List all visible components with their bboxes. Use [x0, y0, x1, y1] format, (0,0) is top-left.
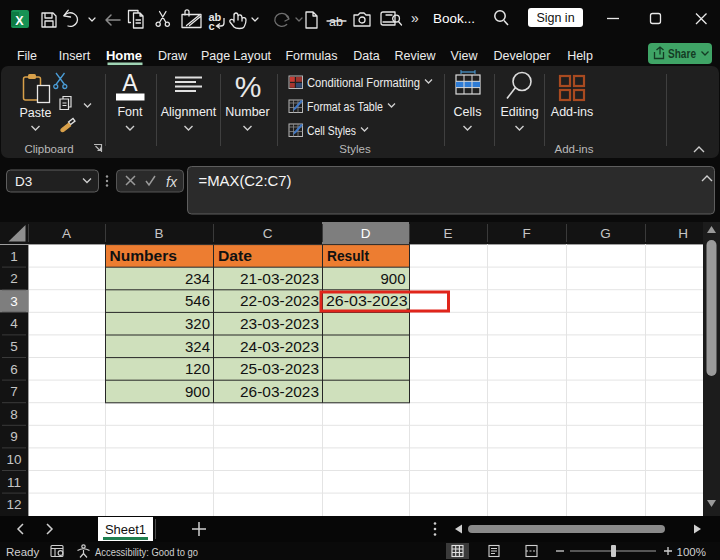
svg-text:ab: ab — [329, 15, 343, 29]
svg-text:H: H — [678, 226, 688, 241]
svg-text:Data: Data — [353, 49, 379, 63]
svg-text:Editing: Editing — [500, 105, 538, 119]
svg-text:26-03-2023: 26-03-2023 — [240, 383, 319, 400]
svg-text:%: % — [235, 70, 262, 103]
svg-text:»: » — [411, 10, 419, 26]
svg-text:X: X — [15, 14, 24, 28]
svg-text:9: 9 — [10, 429, 18, 444]
svg-text:File: File — [17, 49, 37, 63]
svg-text:Page Layout: Page Layout — [201, 49, 272, 63]
svg-text:Numbers: Numbers — [110, 248, 178, 264]
svg-text:E: E — [443, 226, 452, 241]
svg-text:Book...: Book... — [433, 11, 475, 26]
svg-text:Insert: Insert — [59, 49, 91, 63]
svg-text:8: 8 — [10, 407, 18, 422]
svg-text:1: 1 — [10, 249, 18, 264]
svg-text:Cells: Cells — [454, 105, 482, 119]
svg-text:Format as Table: Format as Table — [307, 100, 383, 114]
svg-text:Sign in: Sign in — [536, 11, 574, 25]
svg-text:=MAX(C2:C7): =MAX(C2:C7) — [199, 173, 292, 189]
svg-text:View: View — [451, 49, 479, 63]
svg-text:900: 900 — [185, 383, 210, 400]
svg-text:24-03-2023: 24-03-2023 — [240, 338, 319, 355]
svg-text:F: F — [522, 226, 530, 241]
svg-text:Review: Review — [395, 49, 437, 63]
svg-text:4: 4 — [10, 316, 18, 331]
svg-text:D: D — [361, 226, 371, 241]
svg-text:Add-ins: Add-ins — [551, 105, 593, 119]
svg-text:234: 234 — [185, 270, 210, 287]
svg-text:Add-ins: Add-ins — [555, 143, 594, 155]
svg-text:B: B — [154, 226, 163, 241]
svg-text:Home: Home — [106, 48, 142, 63]
svg-text:Paste: Paste — [20, 106, 52, 120]
svg-text:320: 320 — [185, 315, 210, 332]
svg-text:3: 3 — [10, 294, 18, 309]
svg-text:Alignment: Alignment — [161, 105, 217, 119]
svg-text:Formulas: Formulas — [285, 49, 337, 63]
svg-text:Result: Result — [327, 248, 369, 264]
svg-text:22-03-2023: 22-03-2023 — [240, 292, 319, 309]
svg-text:Developer: Developer — [494, 49, 551, 63]
svg-text:Font: Font — [117, 105, 143, 119]
svg-text:fx: fx — [166, 174, 178, 190]
svg-text:120: 120 — [185, 360, 210, 377]
svg-text:Number: Number — [225, 105, 269, 119]
svg-text:5: 5 — [10, 339, 18, 354]
svg-text:A: A — [122, 70, 138, 96]
svg-text:2: 2 — [10, 271, 18, 286]
svg-text:Date: Date — [218, 248, 252, 264]
svg-text:25-03-2023: 25-03-2023 — [240, 360, 319, 377]
svg-text:324: 324 — [185, 338, 210, 355]
svg-text:Ready: Ready — [6, 546, 39, 558]
svg-text:12: 12 — [6, 497, 21, 512]
svg-text:900: 900 — [380, 270, 405, 287]
svg-text:G: G — [600, 226, 611, 241]
svg-text:Sheet1: Sheet1 — [105, 522, 146, 537]
svg-text:546: 546 — [185, 292, 210, 309]
svg-text:Clipboard: Clipboard — [24, 143, 73, 155]
svg-text:C: C — [263, 226, 273, 241]
svg-text:Draw: Draw — [158, 49, 188, 63]
svg-text:c: c — [209, 20, 215, 32]
svg-text:Accessibility: Good to go: Accessibility: Good to go — [95, 546, 198, 558]
svg-text:Conditional Formatting: Conditional Formatting — [307, 76, 420, 90]
svg-text:D3: D3 — [15, 174, 32, 189]
svg-text:Help: Help — [567, 49, 593, 63]
svg-text:6: 6 — [10, 362, 18, 377]
svg-text:10: 10 — [6, 452, 21, 467]
svg-text:A: A — [62, 226, 71, 241]
svg-text:21-03-2023: 21-03-2023 — [240, 270, 319, 287]
svg-text:Cell Styles: Cell Styles — [307, 124, 356, 138]
svg-text:Styles: Styles — [339, 143, 371, 155]
svg-text:11: 11 — [7, 475, 21, 490]
svg-text:100%: 100% — [677, 546, 706, 558]
svg-text:26-03-2023: 26-03-2023 — [326, 292, 408, 309]
svg-text:23-03-2023: 23-03-2023 — [240, 315, 319, 332]
svg-text:Share: Share — [668, 47, 696, 61]
svg-text:7: 7 — [10, 384, 18, 399]
